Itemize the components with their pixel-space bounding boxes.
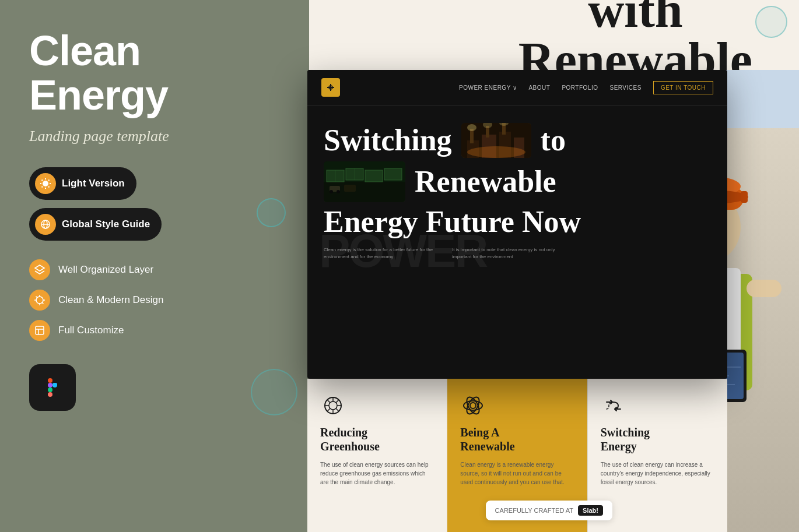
sun-icon [35, 173, 56, 194]
hero-switching-text: Switching [324, 124, 452, 157]
global-style-badge[interactable]: Global Style Guide [29, 208, 162, 241]
svg-point-40 [467, 124, 476, 131]
hero-line3-text: Energy Future Now [324, 205, 581, 238]
right-top-renewable: Renewable [518, 35, 752, 70]
atom-icon [460, 393, 486, 418]
left-panel: Clean Energy Landing page template Lig [0, 0, 309, 532]
card-renewable-desc: Clean energy is a renewable energy sourc… [460, 460, 574, 487]
light-version-badge[interactable]: Light Version [29, 167, 136, 200]
factory-image [461, 123, 531, 158]
nav-cta-button[interactable]: GET IN TOUCH [653, 81, 713, 94]
svg-rect-83 [747, 280, 782, 297]
svg-line-8 [48, 180, 50, 181]
solar-panels-image [324, 161, 405, 202]
aperture-icon [320, 393, 346, 418]
svg-rect-49 [365, 170, 383, 182]
svg-rect-23 [48, 378, 52, 383]
card-reducing-title: Reducing Greenhouse [320, 425, 434, 453]
svg-point-56 [337, 190, 340, 193]
svg-rect-20 [36, 326, 44, 334]
customize-icon [29, 320, 50, 341]
main-title: Clean Energy [29, 29, 280, 117]
svg-rect-50 [384, 168, 402, 180]
light-version-label: Light Version [62, 178, 125, 189]
svg-point-0 [43, 181, 48, 186]
design-icon [29, 290, 50, 311]
svg-point-67 [470, 403, 476, 408]
feature-clean-label: Clean & Modern Design [58, 294, 163, 306]
svg-rect-27 [48, 387, 52, 392]
svg-marker-12 [35, 265, 44, 271]
feature-clean: Clean & Modern Design [29, 290, 280, 311]
preview-nav-links: POWER ENERGY ∨ ABOUT PORTFOLIO SERVICES … [459, 81, 713, 94]
preview-logo-icon [321, 78, 340, 97]
svg-point-55 [330, 190, 333, 193]
svg-line-6 [48, 186, 50, 188]
hero-title-line3: Energy Future Now [324, 206, 711, 238]
right-top-with: with [518, 0, 752, 35]
svg-line-7 [42, 186, 43, 188]
deco-circle-left-2 [251, 369, 297, 415]
nav-about[interactable]: ABOUT [528, 84, 550, 91]
feature-customize-label: Full Customize [58, 325, 124, 336]
nav-portfolio[interactable]: PORTFOLIO [562, 84, 598, 91]
arrows-icon [601, 393, 626, 418]
title-line1: Clean [29, 27, 141, 74]
deco-circle-top-right [755, 6, 787, 38]
deco-circle-left-1 [257, 198, 286, 227]
hero-to-text: to [541, 124, 566, 157]
svg-point-26 [52, 383, 57, 387]
svg-rect-28 [48, 392, 52, 397]
svg-rect-46 [324, 182, 405, 202]
card-switching-desc: The use of clean energy can increase a c… [601, 460, 714, 487]
hero-title-line1: Switching [324, 123, 711, 158]
global-style-label: Global Style Guide [62, 219, 150, 230]
card-renewable-title: Being A Renewable [460, 425, 574, 453]
preview-navbar: POWER ENERGY ∨ ABOUT PORTFOLIO SERVICES … [307, 70, 727, 105]
svg-line-5 [42, 180, 43, 181]
right-top-banner: with Renewable [309, 0, 799, 70]
svg-line-64 [336, 408, 339, 411]
hero-renewable-text: Renewable [415, 165, 556, 198]
svg-line-66 [336, 400, 339, 403]
feature-customize: Full Customize [29, 320, 280, 341]
nav-services[interactable]: SERVICES [609, 84, 641, 91]
nav-power-energy[interactable]: POWER ENERGY ∨ [459, 84, 517, 91]
slab-brand: Slab! [578, 505, 603, 516]
hero-title-line2: Renewable [324, 161, 711, 202]
globe-icon [35, 214, 56, 235]
website-preview: POWER ENERGY ∨ ABOUT PORTFOLIO SERVICES … [307, 70, 727, 379]
crafted-badge: CAREFULLY CRAFTED AT Slab! [486, 501, 612, 520]
card-switching-title: Switching Energy [601, 425, 714, 453]
card-reducing-desc: The use of clean energy sources can help… [320, 460, 434, 487]
svg-rect-24 [48, 383, 52, 387]
svg-line-19 [42, 302, 44, 304]
badge-row: Light Version Global Style Guide [29, 167, 280, 241]
svg-point-43 [467, 146, 525, 158]
card-reducing-greenhouse: Reducing Greenhouse The use of clean ene… [307, 379, 447, 532]
preview-hero-title: Switching [324, 123, 711, 238]
title-line2: Energy [29, 72, 168, 118]
crafted-text: CAREFULLY CRAFTED AT [495, 507, 573, 514]
svg-line-63 [327, 400, 330, 403]
subtitle: Landing page template [29, 128, 280, 145]
svg-rect-54 [344, 185, 356, 192]
feature-list: Well Organized Layer Clean & Modern Desi… [29, 259, 280, 341]
feature-organized: Well Organized Layer [29, 259, 280, 280]
feature-organized-label: Well Organized Layer [58, 264, 153, 276]
figma-logo [29, 364, 76, 411]
svg-line-18 [36, 297, 38, 298]
layers-icon [29, 259, 50, 280]
svg-rect-97 [741, 191, 748, 203]
preview-hero: Switching [307, 105, 727, 272]
svg-line-65 [327, 408, 330, 411]
